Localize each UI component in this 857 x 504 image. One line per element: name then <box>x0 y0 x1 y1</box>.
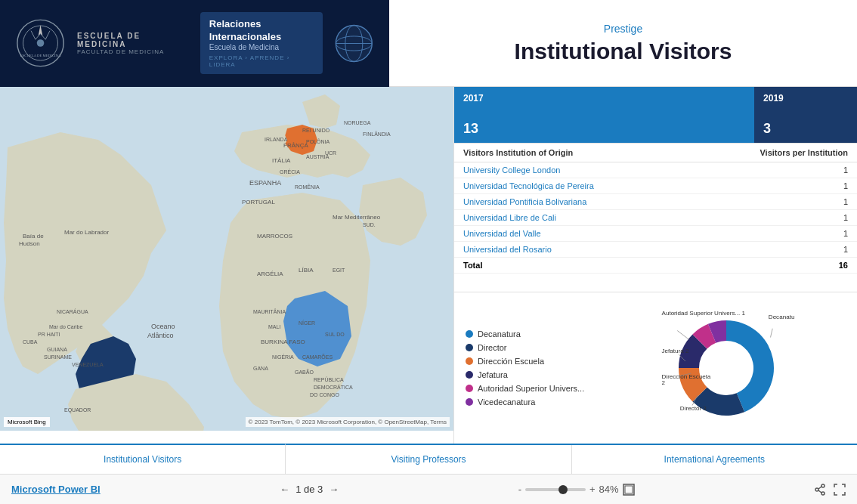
school-name: ESCUELA DE MEDICINA <box>77 32 189 48</box>
relaciones-title: RelacionesInternacionales <box>209 18 314 44</box>
col1-header: Visitors Institution of Origin <box>463 148 573 157</box>
svg-text:DEMOCRÁTICA: DEMOCRÁTICA <box>314 384 353 390</box>
svg-text:GANA: GANA <box>253 366 268 371</box>
svg-text:NIGÉRIA: NIGÉRIA <box>272 354 294 360</box>
relaciones-block: RelacionesInternacionales Escuela de Med… <box>200 12 323 75</box>
legend-item: Autoridad Superior Univers... <box>466 384 584 393</box>
svg-text:ROMÊNIA: ROMÊNIA <box>295 184 320 190</box>
svg-text:EGIT: EGIT <box>333 267 345 273</box>
svg-text:NICARÁGUA: NICARÁGUA <box>57 308 88 314</box>
svg-text:Mar do Caribe: Mar do Caribe <box>49 324 82 329</box>
tab-international-agreements[interactable]: International Agreements <box>572 445 857 474</box>
year-2017-count: 13 <box>463 121 745 137</box>
legend-item: Director <box>466 343 584 352</box>
logo-area: ESCUELA DE MEDICINA ESCUELA DE MEDICINA … <box>0 0 389 87</box>
table-row: Universidad Libre de Cali1 <box>454 210 857 226</box>
svg-text:ITÁLIA: ITÁLIA <box>272 157 291 164</box>
donut-label: Decanatura 7 <box>769 314 794 320</box>
col2-header: Visitors per Institution <box>760 148 848 157</box>
zoom-minus[interactable]: - <box>518 484 521 495</box>
legend-item: Vicedecanatura <box>466 397 584 407</box>
donut-chart: Decanatura 7Autoridad Superior Univers..… <box>658 300 794 436</box>
legend-item: Dirección Escuela <box>466 357 584 366</box>
legend-item: Decanatura <box>466 329 584 339</box>
zoom-thumb[interactable] <box>558 485 568 494</box>
svg-point-57 <box>821 484 825 487</box>
zoom-slider[interactable] <box>525 488 586 491</box>
svg-text:UCR: UCR <box>325 150 336 156</box>
svg-text:ARGÉLIA: ARGÉLIA <box>257 271 283 277</box>
visitors-table: Visitors Institution of Origin Visitors … <box>454 144 857 292</box>
fullscreen-icon[interactable] <box>834 484 846 496</box>
svg-text:SURINAME: SURINAME <box>44 354 72 360</box>
svg-text:PORTUGAL: PORTUGAL <box>242 199 275 206</box>
svg-point-2 <box>37 39 45 47</box>
tab-visiting-professors[interactable]: Visiting Professors <box>286 445 571 474</box>
svg-text:REI UNIDO: REI UNIDO <box>302 128 330 133</box>
svg-text:BURKINA FASO: BURKINA FASO <box>261 339 305 345</box>
legend-dot <box>466 398 473 406</box>
svg-text:NORUEGA: NORUEGA <box>344 120 371 125</box>
map-svg: Baía de Hudson Mar do Labrador Oceano At… <box>0 87 453 431</box>
right-panel: 2017 13 2019 3 Visitors Institution of O… <box>453 87 857 444</box>
svg-text:SUD.: SUD. <box>363 222 376 227</box>
year-2017-bar[interactable]: 2017 13 <box>454 87 754 143</box>
year-2019-bar[interactable]: 2019 3 <box>754 87 857 143</box>
svg-text:Oceano: Oceano <box>151 323 175 330</box>
main-content: Baía de Hudson Mar do Labrador Oceano At… <box>0 87 857 444</box>
svg-text:VENEZUELA: VENEZUELA <box>72 362 104 367</box>
logo-text: ESCUELA DE MEDICINA FACULTAD DE MEDICINA <box>77 32 189 55</box>
powerbi-link[interactable]: Microsoft Power BI <box>11 484 101 495</box>
svg-text:GRÉCIA: GRÉCIA <box>280 169 300 175</box>
school-subtitle: FACULTAD DE MEDICINA <box>77 48 164 55</box>
legend-dot <box>466 344 473 351</box>
table-row: University College London1 <box>454 162 857 178</box>
svg-text:LÍBIA: LÍBIA <box>299 267 314 274</box>
donut-chart-area: Decanatura 7Autoridad Superior Univers..… <box>596 300 857 436</box>
main-title: Institutional Visitors <box>515 39 732 64</box>
svg-point-59 <box>821 492 825 495</box>
chart-section: DecanaturaDirectorDirección EscuelaJefat… <box>454 292 857 444</box>
svg-text:CUBA: CUBA <box>23 339 38 345</box>
bottom-nav: Institutional Visitors Visiting Professo… <box>0 444 857 474</box>
map-copyright: © 2023 TomTom, © 2023 Microsoft Corporat… <box>246 417 450 427</box>
donut-label: 2 <box>662 379 666 386</box>
table-row: Universidad Pontificia Bolivariana1 <box>454 194 857 210</box>
year-2017-label: 2017 <box>463 93 745 104</box>
svg-text:ESPANHA: ESPANHA <box>249 179 281 187</box>
svg-text:MALI: MALI <box>268 324 280 329</box>
svg-text:GUIANA: GUIANA <box>47 347 67 352</box>
prev-page-icon[interactable]: ← <box>280 484 289 495</box>
svg-text:ESCUELA DE MEDICINA: ESCUELA DE MEDICINA <box>20 54 61 57</box>
donut-label: Dirección Escuela <box>662 373 711 380</box>
year-2019-count: 3 <box>763 121 848 137</box>
fit-page-icon[interactable] <box>623 484 635 496</box>
total-label: Total <box>463 261 482 270</box>
emblem-icon: ESCUELA DE MEDICINA <box>15 17 66 70</box>
svg-text:Mar Mediterrâneo: Mar Mediterrâneo <box>333 214 381 221</box>
title-area: Prestige Institutional Visitors <box>389 15 857 72</box>
status-icons <box>814 484 846 496</box>
legend-label: Jefatura <box>478 370 508 379</box>
donut-label: Jefatura 2 <box>662 348 689 354</box>
svg-text:POLÔNIA: POLÔNIA <box>306 138 329 144</box>
share-icon[interactable] <box>814 484 826 496</box>
legend-dot <box>466 385 473 392</box>
svg-point-8 <box>336 25 373 61</box>
map-area: Baía de Hudson Mar do Labrador Oceano At… <box>0 87 453 431</box>
app: ESCUELA DE MEDICINA ESCUELA DE MEDICINA … <box>0 0 857 504</box>
svg-text:FRÂNÇA: FRÂNÇA <box>283 142 309 149</box>
tab-institutional-visitors[interactable]: Institutional Visitors <box>0 444 286 474</box>
zoom-level: 84% <box>599 484 619 495</box>
table-row: Universidad del Valle1 <box>454 226 857 242</box>
zoom-plus[interactable]: + <box>589 484 596 495</box>
svg-text:MARROCOS: MARROCOS <box>257 233 292 240</box>
donut-label: Director 3 <box>680 405 707 412</box>
table-header: Visitors Institution of Origin Visitors … <box>454 144 857 162</box>
header: ESCUELA DE MEDICINA ESCUELA DE MEDICINA … <box>0 0 857 87</box>
status-bar: Microsoft Power BI ← 1 de 3 → - + 84% <box>0 474 857 504</box>
legend-label: Vicedecanatura <box>478 397 535 407</box>
next-page-icon[interactable]: → <box>329 484 339 495</box>
donut-label-line <box>677 331 688 340</box>
legend-label: Dirección Escuela <box>478 357 544 366</box>
